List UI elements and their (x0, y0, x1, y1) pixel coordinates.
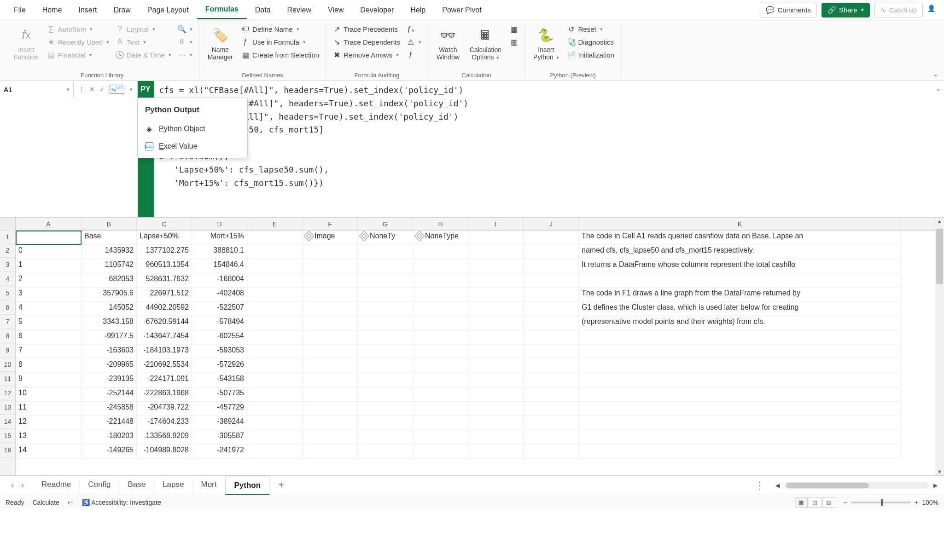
calc-sheet-button[interactable]: ▥ (508, 37, 520, 47)
cell[interactable]: -245858 (82, 402, 137, 416)
cell[interactable]: -252144 (82, 387, 137, 402)
cell[interactable] (358, 416, 413, 430)
cell[interactable]: 2 (16, 273, 82, 288)
cell[interactable] (579, 387, 901, 402)
tab-draw[interactable]: Draw (105, 1, 139, 19)
tab-view[interactable]: View (320, 1, 352, 19)
formula-bar-expand[interactable]: ⌄ (933, 81, 944, 92)
cell[interactable]: 528631.7632 (137, 273, 192, 288)
cell[interactable]: -241972 (192, 445, 247, 459)
tab-formulas[interactable]: Formulas (197, 0, 247, 19)
cell[interactable]: -389244 (192, 416, 247, 430)
cell[interactable]: -149265 (82, 445, 137, 459)
cell[interactable] (247, 245, 303, 259)
lookup-button[interactable]: 🔍▾ (176, 24, 194, 34)
cell[interactable] (303, 359, 358, 373)
recently-used-button[interactable]: ★Recently Used▾ (45, 37, 111, 47)
cell[interactable] (468, 402, 524, 416)
cell[interactable]: Image (303, 231, 358, 245)
chevron-down-icon[interactable]: ▾ (130, 87, 133, 92)
cell[interactable] (524, 330, 579, 345)
scroll-right-arrow[interactable]: ▶ (932, 482, 939, 489)
page-break-view-button[interactable]: ▥ (822, 497, 835, 508)
cancel-icon[interactable]: ✕ (89, 86, 95, 93)
col-header-G[interactable]: G (358, 218, 413, 230)
cell[interactable]: -602554 (192, 330, 247, 345)
col-header-A[interactable]: A (16, 218, 82, 230)
cell[interactable] (247, 330, 303, 345)
cell[interactable] (303, 316, 358, 330)
cell[interactable]: 145052 (82, 302, 137, 316)
sheet-tab-config[interactable]: Config (80, 476, 119, 495)
cell[interactable]: 357905.6 (82, 288, 137, 302)
cell[interactable] (303, 302, 358, 316)
text-button[interactable]: AText▾ (114, 37, 173, 47)
excel-value-option[interactable]: ↹123 Excel Value (138, 138, 247, 155)
cell[interactable]: -143647.7454 (137, 330, 192, 345)
horizontal-scrollbar[interactable]: ◀ ▶ (774, 482, 939, 489)
cell[interactable] (524, 373, 579, 387)
cell[interactable]: -204739.722 (137, 402, 192, 416)
autosum-button[interactable]: ∑AutoSum▾ (45, 24, 111, 34)
cell[interactable]: -222863.1968 (137, 387, 192, 402)
cell[interactable]: -180203 (82, 430, 137, 445)
cell[interactable]: -133568.9209 (137, 430, 192, 445)
calculation-options-button[interactable]: 🖩 Calculation Options ▾ (466, 24, 505, 63)
cell[interactable] (524, 231, 579, 245)
python-output-toggle[interactable]: ↹123 (110, 85, 124, 94)
define-name-button[interactable]: 🏷Define Name▾ (239, 24, 321, 34)
catchup-button[interactable]: ∿Catch up (874, 3, 923, 17)
row-header-2[interactable]: 2 (0, 243, 15, 258)
scroll-thumb[interactable] (936, 229, 943, 284)
cell[interactable] (524, 259, 579, 273)
cell[interactable]: 960513.1354 (137, 259, 192, 273)
cell[interactable] (358, 288, 413, 302)
row-header-16[interactable]: 16 (0, 443, 15, 457)
sheet-nav-next[interactable]: › (21, 480, 24, 490)
tab-insert[interactable]: Insert (70, 1, 105, 19)
cell[interactable]: -578494 (192, 316, 247, 330)
row-header-5[interactable]: 5 (0, 286, 15, 300)
diagnostics-button[interactable]: 🩺Diagnostics (565, 37, 616, 47)
page-layout-view-button[interactable]: ▤ (809, 497, 822, 508)
cell[interactable] (358, 387, 413, 402)
insert-function-button[interactable]: fx Insert Function (10, 24, 42, 63)
cell[interactable] (524, 416, 579, 430)
cell[interactable] (303, 445, 358, 459)
reset-button[interactable]: ↺Reset▾ (565, 24, 616, 34)
row-header-9[interactable]: 9 (0, 343, 15, 358)
col-header-K[interactable]: K (579, 218, 901, 230)
cell[interactable] (358, 345, 413, 359)
sheet-tab-lapse[interactable]: Lapse (154, 476, 192, 495)
cell[interactable] (524, 430, 579, 445)
cell[interactable] (524, 345, 579, 359)
cell[interactable] (524, 316, 579, 330)
cell[interactable]: 8 (16, 359, 82, 373)
cell[interactable]: 13 (16, 430, 82, 445)
cell[interactable]: -593053 (192, 345, 247, 359)
cell[interactable] (413, 445, 468, 459)
zoom-level[interactable]: 100% (922, 499, 938, 506)
cell[interactable] (524, 445, 579, 459)
cell[interactable]: -209965 (82, 359, 137, 373)
cell[interactable] (358, 316, 413, 330)
add-sheet-button[interactable]: + (272, 480, 291, 491)
cell[interactable] (468, 345, 524, 359)
scroll-down-arrow[interactable]: ▼ (935, 469, 944, 474)
cell[interactable]: NoneTy (358, 231, 413, 245)
show-formulas-button[interactable]: ƒₓ (405, 24, 423, 34)
row-header-15[interactable]: 15 (0, 429, 15, 443)
cell[interactable]: 44902.20592 (137, 302, 192, 316)
cell[interactable] (579, 345, 901, 359)
select-all-corner[interactable] (0, 218, 15, 231)
cell[interactable] (413, 273, 468, 288)
row-header-3[interactable]: 3 (0, 258, 15, 272)
zoom-in-button[interactable]: + (915, 499, 918, 506)
cell[interactable] (413, 430, 468, 445)
evaluate-formula-button[interactable]: ƒ (405, 50, 423, 60)
cell[interactable] (524, 359, 579, 373)
cell[interactable] (579, 402, 901, 416)
sheet-tab-mort[interactable]: Mort (192, 476, 225, 495)
col-header-F[interactable]: F (303, 218, 358, 230)
accessibility-button[interactable]: ♿ Accessibility: Investigate (82, 499, 161, 506)
